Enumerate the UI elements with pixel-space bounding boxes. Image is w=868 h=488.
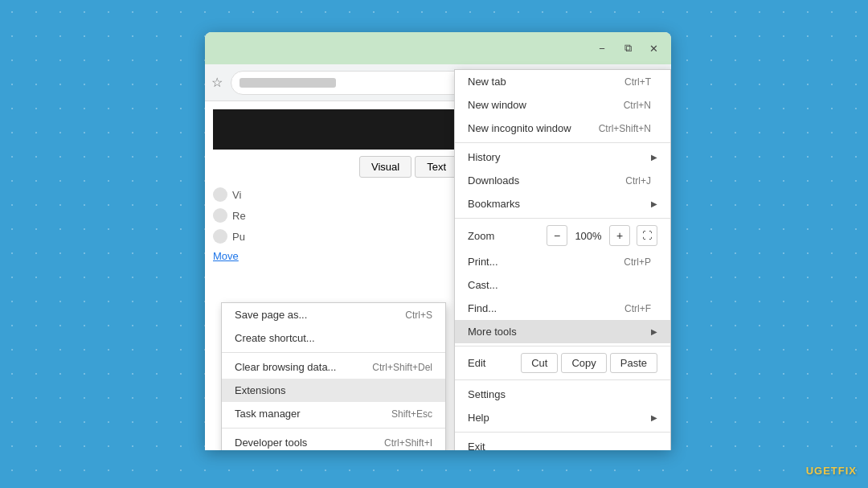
text-tab[interactable]: Text (415, 156, 458, 178)
bookmark-icon[interactable]: ☆ (211, 75, 223, 90)
cm-zoom-row: Zoom − 100% + ⛶ (455, 221, 670, 250)
cm-bookmarks[interactable]: Bookmarks (455, 192, 670, 215)
cm-paste-button[interactable]: Paste (610, 353, 657, 373)
cm-zoom-minus[interactable]: − (547, 225, 567, 246)
cm-divider-5 (455, 432, 670, 433)
ctx-extensions[interactable]: Extensions (222, 379, 445, 402)
cm-cast[interactable]: Cast... (455, 273, 670, 297)
cm-zoom-expand[interactable]: ⛶ (637, 225, 657, 246)
chrome-dropdown-menu: New tab Ctrl+T New window Ctrl+N New inc… (454, 69, 671, 450)
cm-divider-4 (455, 379, 670, 380)
watermark-prefix: U (806, 465, 814, 477)
minimize-button[interactable]: − (591, 37, 613, 59)
cm-help[interactable]: Help (455, 406, 670, 429)
ctx-save-page[interactable]: Save page as... Ctrl+S (222, 303, 445, 326)
restore-button[interactable]: ⧉ (616, 37, 639, 59)
cm-find[interactable]: Find... Ctrl+F (455, 297, 670, 320)
ctx-divider-1 (222, 352, 445, 353)
cm-divider-3 (455, 346, 670, 347)
cm-zoom-value: 100% (574, 230, 603, 242)
ctx-developer-tools[interactable]: Developer tools Ctrl+Shift+I (222, 431, 445, 450)
cm-new-incognito[interactable]: New incognito window Ctrl+Shift+N (455, 117, 670, 140)
cm-cut-button[interactable]: Cut (521, 353, 558, 373)
cm-edit-row: Edit Cut Copy Paste (455, 349, 670, 377)
page-context-menu: Save page as... Ctrl+S Create shortcut..… (221, 302, 446, 450)
watermark-suffix: FIX (838, 465, 857, 477)
visual-tab[interactable]: Visual (359, 156, 411, 178)
ctx-divider-2 (222, 428, 445, 429)
watermark-highlight: GET (814, 465, 838, 477)
browser-titlebar: − ⧉ ✕ (205, 32, 671, 64)
cm-settings[interactable]: Settings (455, 383, 670, 406)
cm-print[interactable]: Print... Ctrl+P (455, 250, 670, 273)
watermark: UGETFIX (806, 465, 857, 477)
cm-divider-1 (455, 142, 670, 143)
close-button[interactable]: ✕ (642, 37, 665, 59)
cm-exit[interactable]: Exit (455, 435, 670, 450)
cm-divider-2 (455, 218, 670, 219)
cm-zoom-plus[interactable]: + (609, 225, 630, 246)
cm-new-tab[interactable]: New tab Ctrl+T (455, 70, 670, 93)
ctx-clear-browsing[interactable]: Clear browsing data... Ctrl+Shift+Del (222, 355, 445, 379)
cm-history[interactable]: History (455, 146, 670, 169)
ctx-create-shortcut[interactable]: Create shortcut... (222, 326, 445, 350)
cm-copy-button[interactable]: Copy (561, 353, 606, 373)
browser-window: − ⧉ ✕ ☆ ⋮ Visual Text Vi Re Pu (205, 32, 671, 450)
ctx-task-manager[interactable]: Task manager Shift+Esc (222, 402, 445, 425)
cm-new-window[interactable]: New window Ctrl+N (455, 93, 670, 117)
cm-downloads[interactable]: Downloads Ctrl+J (455, 169, 670, 192)
cm-more-tools[interactable]: More tools (455, 320, 670, 343)
